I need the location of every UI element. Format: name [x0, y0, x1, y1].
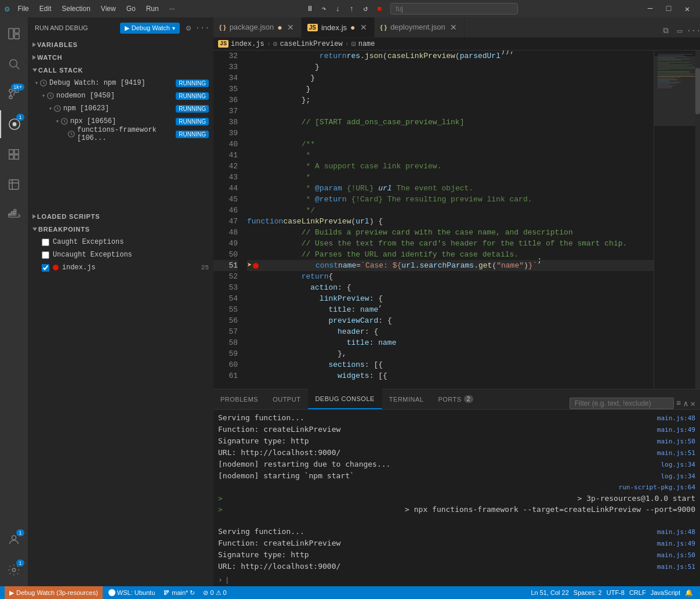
console-link-4[interactable]: main.js:51 — [657, 448, 695, 459]
svg-rect-10 — [14, 150, 19, 154]
breadcrumb-file[interactable]: index.js — [231, 40, 264, 48]
activity-testing[interactable] — [0, 171, 28, 199]
call-stack-item-npm[interactable]: ▾ npm [10623] RUNNING — [28, 102, 213, 115]
breakpoints-header[interactable]: BREAKPOINTS — [28, 223, 213, 236]
step-into-btn[interactable]: ↓ — [331, 2, 344, 15]
package-json-icon: { } — [219, 24, 226, 31]
package-json-close[interactable]: ✕ — [286, 23, 295, 32]
activity-search[interactable] — [0, 50, 28, 78]
deployment-json-close[interactable]: ✕ — [449, 23, 458, 32]
console-link-1[interactable]: main.js:48 — [657, 413, 695, 424]
caught-exceptions-checkbox[interactable] — [42, 239, 49, 246]
tab-terminal[interactable]: TERMINAL — [382, 389, 431, 409]
minimize-btn[interactable]: ─ — [642, 2, 658, 15]
start-debug-btn[interactable]: ▶ Debug Watch ▾ — [120, 23, 180, 34]
pause-btn[interactable]: ⏸ — [303, 2, 316, 15]
close-btn[interactable]: ✕ — [679, 2, 695, 15]
activity-extensions[interactable] — [0, 140, 28, 168]
console-link-11[interactable]: main.js:48 — [657, 526, 695, 537]
status-spaces[interactable]: Spaces: 2 — [571, 586, 604, 599]
search-input[interactable] — [390, 3, 518, 15]
variables-header[interactable]: VARIABLES — [28, 38, 213, 51]
status-line-ending[interactable]: CRLF — [627, 586, 648, 599]
spaces-label: Spaces: 2 — [574, 589, 602, 596]
console-link-12[interactable]: main.js:49 — [657, 538, 695, 549]
tab-debug-console[interactable]: DEBUG CONSOLE — [308, 389, 382, 409]
loaded-scripts-header[interactable]: LOADED SCRIPTS — [28, 210, 213, 223]
status-cursor[interactable]: Ln 51, Col 22 — [528, 586, 571, 599]
tab-ports[interactable]: PORTS 2 — [431, 389, 480, 409]
panel-collapse-icon[interactable]: ∧ — [683, 399, 688, 409]
step-over-btn[interactable]: ↷ — [317, 2, 330, 15]
step-out-btn[interactable]: ↑ — [345, 2, 358, 15]
maximize-btn[interactable]: □ — [661, 2, 677, 15]
uncaught-exceptions-checkbox[interactable] — [42, 251, 49, 259]
more-editor-icon[interactable]: ··· — [687, 24, 700, 37]
minimap-scrollbar[interactable] — [695, 50, 700, 389]
console-link-3[interactable]: main.js:50 — [657, 436, 695, 447]
menu-go[interactable]: Go — [122, 3, 140, 14]
console-link-5[interactable]: log.js:34 — [661, 459, 695, 470]
breadcrumb-var[interactable]: name — [358, 40, 375, 48]
activity-explorer[interactable] — [0, 20, 28, 48]
activity-source-control[interactable]: 1k+ — [0, 80, 28, 108]
breakpoint-line-number: 25 — [201, 264, 209, 271]
menu-selection[interactable]: Selection — [57, 3, 95, 14]
status-notifications[interactable]: 🔔 — [683, 586, 695, 599]
status-git[interactable]: main* ↻ — [161, 586, 197, 599]
ports-badge: 2 — [464, 395, 473, 403]
panel-close-icon[interactable]: ✕ — [691, 399, 695, 409]
tab-deployment-json[interactable]: { } deployment.json ✕ — [375, 17, 465, 37]
toggle-panel-icon[interactable]: ▭ — [673, 24, 686, 37]
breadcrumb-function[interactable]: caseLinkPreview — [280, 40, 343, 48]
menu-edit[interactable]: Edit — [35, 3, 56, 14]
console-link-6[interactable]: log.js:34 — [661, 471, 695, 482]
code-content[interactable]: return res.json(caseLinkPreview(parsedUr… — [242, 50, 654, 389]
console-link-14[interactable]: main.js:51 — [657, 561, 695, 572]
status-errors[interactable]: ⊘ 0 ⚠ 0 — [201, 586, 229, 599]
panel-filter-input[interactable] — [570, 398, 674, 409]
activity-docker[interactable] — [0, 201, 28, 229]
svg-rect-9 — [9, 150, 13, 154]
watch-header[interactable]: WATCH — [28, 51, 213, 64]
tab-index-js[interactable]: JS index.js ● ✕ — [302, 17, 375, 37]
call-stack-header[interactable]: CALL STACK — [28, 64, 213, 77]
console-link-13[interactable]: main.js:50 — [657, 550, 695, 561]
tab-package-json[interactable]: { } package.json ● ✕ — [213, 17, 302, 37]
stop-btn[interactable]: ■ — [373, 2, 386, 15]
activity-settings[interactable]: 1 — [0, 556, 28, 584]
index-js-checkbox[interactable] — [42, 264, 49, 272]
status-encoding[interactable]: UTF-8 — [604, 586, 627, 599]
debug-status[interactable]: ▶ Debug Watch (3p-resources) — [5, 586, 103, 599]
call-stack-item-nodemon[interactable]: ▾ nodemon [9450] RUNNING — [28, 89, 213, 102]
index-js-close[interactable]: ✕ — [359, 23, 368, 32]
bottom-panel: PROBLEMS OUTPUT DEBUG CONSOLE TERMINAL P… — [213, 389, 700, 586]
editor-actions: ⧉ ▭ ··· — [659, 24, 700, 37]
tab-output[interactable]: OUTPUT — [266, 389, 308, 409]
svg-rect-27 — [658, 55, 684, 56]
filter-list-icon[interactable]: ≡ — [676, 399, 681, 408]
activity-accounts[interactable]: 1 — [0, 526, 28, 554]
menu-run[interactable]: Run — [142, 3, 164, 14]
activity-run-debug[interactable]: 1 — [0, 110, 28, 138]
call-stack-item-debug-watch[interactable]: ▾ Debug Watch: npm [9419] RUNNING — [28, 77, 213, 89]
status-language[interactable]: JavaScript — [648, 586, 683, 599]
more-actions-icon[interactable]: ··· — [196, 21, 209, 34]
debug-status-label: Debug Watch (3p-resources) — [16, 589, 98, 596]
vscode-icon: ⚙ — [5, 4, 9, 14]
settings-gear-icon[interactable]: ⚙ — [182, 21, 195, 34]
svg-rect-37 — [658, 68, 695, 68]
console-link-2[interactable]: main.js:49 — [657, 424, 695, 435]
restart-btn[interactable]: ↺ — [359, 2, 372, 15]
console-link-7[interactable]: run-script-pkg.js:64 — [619, 482, 695, 493]
call-stack-item-functions-framework[interactable]: functions-framework [106... RUNNING — [28, 128, 213, 140]
tab-problems[interactable]: PROBLEMS — [213, 389, 266, 409]
menu-file[interactable]: File — [13, 3, 33, 14]
menu-more[interactable]: ··· — [165, 3, 180, 14]
menu-view[interactable]: View — [96, 3, 121, 14]
status-wsl[interactable]: WSL: Ubuntu — [106, 586, 157, 599]
breadcrumb-sep-1: › — [267, 40, 271, 48]
svg-rect-35 — [658, 66, 687, 66]
split-editor-icon[interactable]: ⧉ — [659, 24, 672, 37]
scrollbar-thumb[interactable] — [695, 68, 700, 114]
